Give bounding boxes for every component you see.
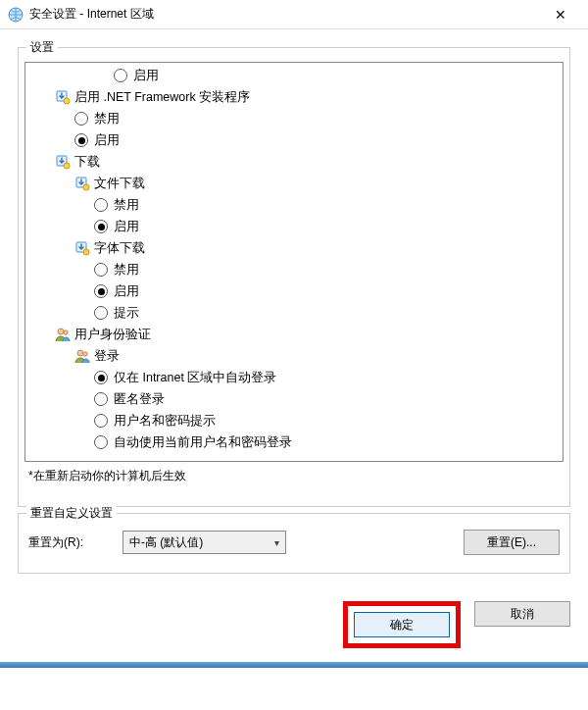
tree-radio-label: 禁用 (114, 197, 139, 214)
close-button[interactable]: ✕ (541, 1, 580, 28)
reset-legend: 重置自定义设置 (26, 505, 117, 522)
svg-point-11 (77, 350, 83, 356)
tree-radio-option[interactable]: 禁用 (25, 194, 563, 216)
reset-to-label: 重置为(R): (28, 534, 109, 551)
tree-radio-option[interactable]: 自动使用当前用户名和密码登录 (25, 431, 563, 453)
tree-radio-label: 启用 (114, 219, 139, 235)
tree-radio-label: 匿名登录 (114, 391, 165, 408)
tree-radio-label: 提示 (114, 305, 139, 322)
ok-highlight-box: 确定 (343, 601, 461, 648)
tree-radio-option[interactable]: 禁用 (25, 259, 563, 280)
tree-radio-option[interactable]: 提示 (25, 302, 563, 324)
window-globe-icon (8, 7, 24, 23)
settings-groupbox: 设置 启用启用 .NET Framework 安装程序禁用启用下载文件下载禁用启… (18, 47, 570, 507)
radio-icon (94, 220, 108, 233)
restart-note: *在重新启动你的计算机后生效 (28, 468, 564, 484)
tree-radio-option[interactable]: 启用 (25, 65, 563, 86)
svg-point-4 (64, 163, 70, 169)
tree-radio-option[interactable]: 仅在 Intranet 区域中自动登录 (25, 367, 563, 388)
tree-category: 登录 (25, 345, 563, 367)
tree-radio-option[interactable]: 启用 (25, 129, 563, 151)
file-download-icon (74, 176, 90, 191)
tree-radio-label: 禁用 (94, 111, 120, 127)
net-icon (55, 89, 71, 105)
reset-level-combobox[interactable]: 中-高 (默认值) ▾ (122, 531, 286, 554)
radio-icon (94, 306, 108, 320)
tree-category-label: 用户身份验证 (74, 327, 151, 343)
reset-button[interactable]: 重置(E)... (464, 530, 560, 555)
font-download-icon (74, 240, 90, 256)
chevron-down-icon: ▾ (274, 537, 279, 548)
svg-point-9 (58, 329, 64, 334)
tree-category: 下载 (25, 151, 563, 173)
tree-category: 文件下载 (25, 173, 563, 194)
combo-value: 中-高 (默认值) (129, 534, 203, 551)
login-icon (74, 348, 90, 364)
tree-category: 字体下载 (25, 237, 563, 259)
user-auth-icon (55, 327, 71, 342)
settings-legend: 设置 (26, 39, 58, 56)
cancel-button[interactable]: 取消 (474, 601, 570, 627)
radio-icon (74, 133, 88, 147)
tree-radio-option[interactable]: 启用 (25, 280, 563, 302)
window-title: 安全设置 - Internet 区域 (29, 6, 541, 23)
tree-radio-option[interactable]: 用户名和密码提示 (25, 410, 563, 431)
tree-category-label: 文件下载 (94, 176, 145, 192)
tree-radio-label: 启用 (114, 283, 139, 300)
tree-category: 启用 .NET Framework 安装程序 (25, 86, 563, 108)
tree-radio-option[interactable]: 禁用 (25, 108, 563, 129)
tree-radio-label: 仅在 Intranet 区域中自动登录 (114, 370, 276, 386)
svg-point-12 (83, 352, 87, 356)
tree-radio-option[interactable]: 匿名登录 (25, 388, 563, 410)
tree-category-label: 启用 .NET Framework 安装程序 (74, 89, 250, 106)
dialog-footer: 确定 取消 (0, 601, 588, 662)
tree-category-label: 字体下载 (94, 240, 145, 257)
radio-icon (74, 112, 88, 126)
tree-radio-label: 启用 (94, 132, 120, 149)
tree-radio-label: 用户名和密码提示 (114, 413, 216, 430)
tree-radio-option[interactable]: 启用 (25, 216, 563, 237)
taskbar-strip (0, 662, 588, 668)
radio-icon (94, 414, 108, 428)
settings-tree[interactable]: 启用启用 .NET Framework 安装程序禁用启用下载文件下载禁用启用字体… (24, 62, 564, 462)
radio-icon (94, 371, 108, 384)
tree-category-label: 登录 (94, 348, 120, 365)
radio-icon (94, 435, 108, 449)
radio-icon (94, 392, 108, 406)
radio-icon (94, 263, 108, 277)
svg-point-10 (64, 330, 68, 334)
radio-icon (94, 284, 108, 298)
titlebar: 安全设置 - Internet 区域 ✕ (0, 0, 588, 29)
radio-icon (114, 69, 127, 82)
reset-groupbox: 重置自定义设置 重置为(R): 中-高 (默认值) ▾ 重置(E)... (18, 513, 570, 574)
tree-radio-label: 禁用 (114, 262, 139, 279)
svg-point-8 (83, 249, 89, 255)
tree-radio-label: 自动使用当前用户名和密码登录 (114, 434, 292, 451)
tree-radio-label: 启用 (133, 68, 159, 84)
ok-button[interactable]: 确定 (354, 612, 450, 637)
dialog-content: 设置 启用启用 .NET Framework 安装程序禁用启用下载文件下载禁用启… (0, 29, 588, 601)
download-icon (55, 154, 71, 170)
svg-point-6 (83, 184, 89, 190)
tree-category: 用户身份验证 (25, 324, 563, 345)
svg-point-2 (64, 98, 70, 104)
tree-category-label: 下载 (74, 154, 100, 171)
radio-icon (94, 198, 108, 212)
